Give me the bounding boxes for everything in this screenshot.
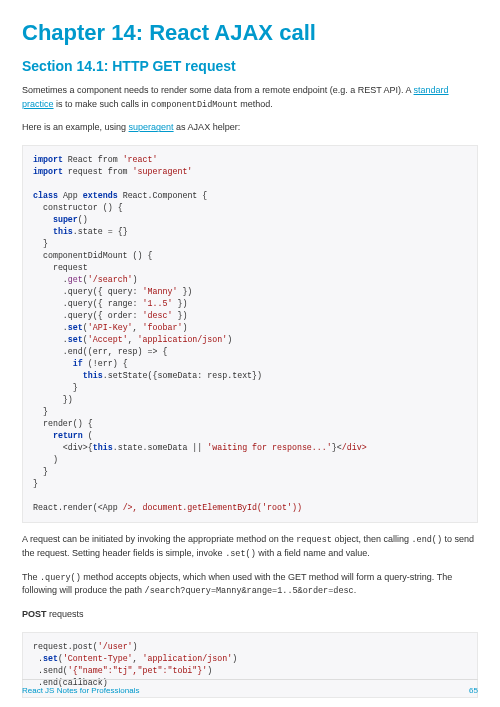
section-title: Section 14.1: HTTP GET request — [22, 58, 478, 74]
text: is to make such calls in — [54, 99, 152, 109]
paragraph-query-info: The .query() method accepts objects, whi… — [22, 571, 478, 599]
code-inline: .set() — [225, 549, 256, 559]
text: with a field name and value. — [256, 548, 370, 558]
code-inline: /search?query=Manny&range=1..5&order=des… — [145, 586, 354, 596]
paragraph-intro: Sometimes a component needs to render so… — [22, 84, 478, 111]
paragraph-post-heading: POST requests — [22, 608, 478, 622]
footer-title: React JS Notes for Professionals — [22, 686, 139, 695]
code-inline: .query() — [40, 573, 81, 583]
code-inline: componentDidMount — [151, 100, 238, 110]
paragraph-example-intro: Here is an example, using superagent as … — [22, 121, 478, 135]
text: The — [22, 572, 40, 582]
code-inline: request — [296, 535, 332, 545]
text: object, then calling — [332, 534, 412, 544]
text: . — [354, 585, 357, 595]
chapter-title: Chapter 14: React AJAX call — [22, 20, 478, 46]
text: Here is an example, using — [22, 122, 129, 132]
code-inline: .end() — [411, 535, 442, 545]
text: A request can be initiated by invoking t… — [22, 534, 296, 544]
footer-page-number: 65 — [469, 686, 478, 695]
text-bold: POST — [22, 609, 47, 619]
text: as AJAX helper: — [174, 122, 241, 132]
page-footer: React JS Notes for Professionals 65 — [22, 679, 478, 695]
text: Sometimes a component needs to render so… — [22, 85, 414, 95]
text: requests — [47, 609, 84, 619]
text: method. — [238, 99, 273, 109]
paragraph-request-info: A request can be initiated by invoking t… — [22, 533, 478, 561]
code-block-main: import React from 'react' import request… — [22, 145, 478, 523]
link-superagent[interactable]: superagent — [129, 122, 174, 132]
